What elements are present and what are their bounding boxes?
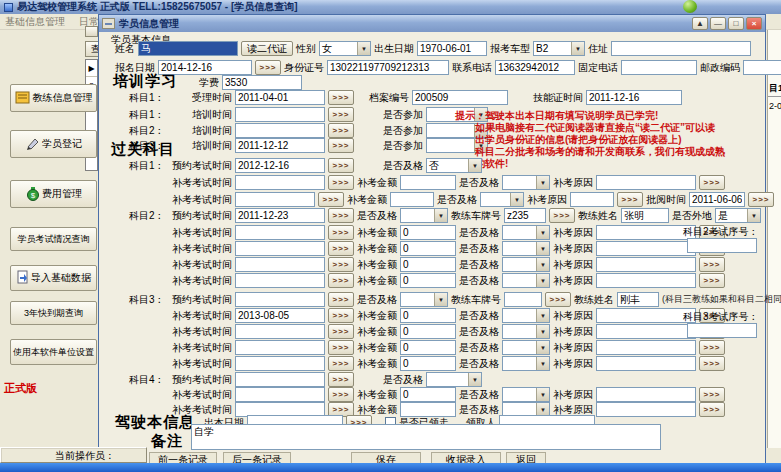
more-button[interactable]: >>> xyxy=(328,241,354,256)
more-button[interactable]: >>> xyxy=(699,257,725,272)
more-button[interactable]: >>> xyxy=(328,257,354,272)
sidebar-button-unit-settings[interactable]: 使用本软件单位设置 xyxy=(10,339,97,365)
s2-pass-select[interactable]: ▼ xyxy=(400,208,448,223)
landline-input[interactable] xyxy=(621,60,697,75)
s3-retry2-fee-input[interactable] xyxy=(400,324,456,339)
s2-retry3-time-input[interactable] xyxy=(235,257,325,272)
s2-retry1-reason-input[interactable] xyxy=(596,225,696,240)
maximize-button[interactable]: □ xyxy=(728,17,744,30)
s2-coach-plate-input[interactable] xyxy=(504,208,546,223)
s3-pass-select[interactable]: ▼ xyxy=(400,292,448,307)
s2-retry3-fee-input[interactable] xyxy=(400,257,456,272)
s3-retry2-reason-input[interactable] xyxy=(596,324,696,339)
s3-appoint-time-input[interactable] xyxy=(235,292,325,307)
s2-training-time-input[interactable] xyxy=(235,123,325,138)
s1-appoint-time-input[interactable] xyxy=(235,158,325,173)
s3-retry1-time-input[interactable] xyxy=(235,308,325,323)
sidebar-button-import-base-data[interactable]: 导入基础数据 xyxy=(10,265,97,291)
more-button[interactable]: >>> xyxy=(699,340,725,355)
s2-retry4-fee-input[interactable] xyxy=(400,273,456,288)
more-button[interactable]: >>> xyxy=(328,308,354,323)
s3-coach-name-input[interactable] xyxy=(617,292,659,307)
more-button[interactable]: >>> xyxy=(328,372,354,387)
approve-time-input[interactable] xyxy=(689,192,745,207)
more-button[interactable]: >>> xyxy=(328,340,354,355)
scroll-up-button[interactable]: ▲ xyxy=(692,17,708,30)
address-input[interactable] xyxy=(611,41,751,56)
sidebar-button-fee-management[interactable]: $ 费用管理 xyxy=(10,180,97,208)
s2-retry2-reason-input[interactable] xyxy=(596,241,696,256)
s4-appoint-time-input[interactable] xyxy=(235,372,325,387)
more-button[interactable]: >>> xyxy=(328,107,354,122)
zip-code-input[interactable] xyxy=(743,60,781,75)
gender-select[interactable]: 女▼ xyxy=(319,41,371,56)
s1-pass-select[interactable]: 否▼ xyxy=(426,158,482,173)
more-button[interactable]: >>> xyxy=(328,158,354,173)
more-button[interactable]: >>> xyxy=(699,273,725,288)
more-button[interactable]: >>> xyxy=(328,123,354,138)
s3-coach-plate-input[interactable] xyxy=(504,292,542,307)
s2-retry1-fee-input[interactable] xyxy=(400,225,456,240)
s4-retry1-pass-select[interactable]: ▼ xyxy=(502,387,550,402)
s1-retry2-time-input[interactable] xyxy=(235,192,315,207)
s2-retry2-time-input[interactable] xyxy=(235,241,325,256)
more-button[interactable]: >>> xyxy=(699,356,725,371)
bgwin-minimize-button[interactable] xyxy=(85,26,98,37)
s3-retry2-time-input[interactable] xyxy=(235,324,325,339)
s3-retry1-reason-input[interactable] xyxy=(596,308,696,323)
more-button[interactable]: >>> xyxy=(699,175,725,190)
car-type-select[interactable]: B2▼ xyxy=(533,41,585,56)
s2-retry1-time-input[interactable] xyxy=(235,225,325,240)
more-button[interactable]: >>> xyxy=(328,138,354,153)
s2-retry3-pass-select[interactable]: ▼ xyxy=(502,257,550,272)
s2-coach-name-input[interactable] xyxy=(621,208,669,223)
more-button[interactable]: >>> xyxy=(255,60,281,75)
s3-retry4-fee-input[interactable] xyxy=(400,356,456,371)
phone-input[interactable] xyxy=(495,60,575,75)
more-button[interactable]: >>> xyxy=(617,192,643,207)
s2-retry4-reason-input[interactable] xyxy=(596,273,696,288)
archive-no-input[interactable] xyxy=(412,90,508,105)
s1-retry1-pass-select[interactable]: ▼ xyxy=(502,175,550,190)
more-button[interactable]: >>> xyxy=(328,90,354,105)
list-item[interactable]: ▶ xyxy=(86,60,97,77)
s3-training-time-input[interactable] xyxy=(235,138,325,153)
sidebar-button-coach-info[interactable]: 教练信息管理 xyxy=(10,84,97,112)
more-button[interactable]: >>> xyxy=(748,192,774,207)
s3-exam-no-input[interactable] xyxy=(687,323,757,338)
s2-outside-select[interactable]: 是▼ xyxy=(715,208,761,223)
s3-retry2-pass-select[interactable]: ▼ xyxy=(502,324,550,339)
read-id-card-button[interactable]: 读二代证 xyxy=(241,41,293,56)
birth-date-input[interactable] xyxy=(417,41,487,56)
s4-pass-select[interactable]: ▼ xyxy=(426,372,482,387)
s3-retry4-time-input[interactable] xyxy=(235,356,325,371)
s1-retry2-fee-input[interactable] xyxy=(390,192,434,207)
more-button[interactable]: >>> xyxy=(328,273,354,288)
s2-retry3-reason-input[interactable] xyxy=(596,257,696,272)
s4-retry1-time-input[interactable] xyxy=(235,387,325,402)
s4-retry1-fee-input[interactable] xyxy=(400,387,456,402)
s1-retry2-reason-input[interactable] xyxy=(570,192,614,207)
s3-retry4-pass-select[interactable]: ▼ xyxy=(502,356,550,371)
sidebar-button-exam-status-query[interactable]: 学员考试情况查询 xyxy=(10,227,97,251)
s2-retry1-pass-select[interactable]: ▼ xyxy=(502,225,550,240)
more-button[interactable]: >>> xyxy=(328,387,354,402)
s3-retry1-pass-select[interactable]: ▼ xyxy=(502,308,550,323)
s2-exam-no-input[interactable] xyxy=(687,238,757,253)
more-button[interactable]: >>> xyxy=(328,292,354,307)
s3-retry4-reason-input[interactable] xyxy=(596,356,696,371)
sidebar-button-expiry-query[interactable]: 3年快到期查询 xyxy=(10,301,97,325)
name-input[interactable] xyxy=(138,41,238,56)
s2-retry2-fee-input[interactable] xyxy=(400,241,456,256)
menu-item-base-info[interactable]: 基础信息管理 xyxy=(5,15,65,29)
more-button[interactable]: >>> xyxy=(699,402,725,417)
more-button[interactable]: >>> xyxy=(545,292,571,307)
id-number-input[interactable] xyxy=(327,60,449,75)
s1-retry1-time-input[interactable] xyxy=(235,175,325,190)
s4-retry2-reason-input[interactable] xyxy=(596,402,696,417)
s1-training-time-input[interactable] xyxy=(235,107,325,122)
more-button[interactable]: >>> xyxy=(699,387,725,402)
s2-retry4-pass-select[interactable]: ▼ xyxy=(502,273,550,288)
s2-appoint-time-input[interactable] xyxy=(235,208,325,223)
tuition-input[interactable] xyxy=(222,75,302,90)
